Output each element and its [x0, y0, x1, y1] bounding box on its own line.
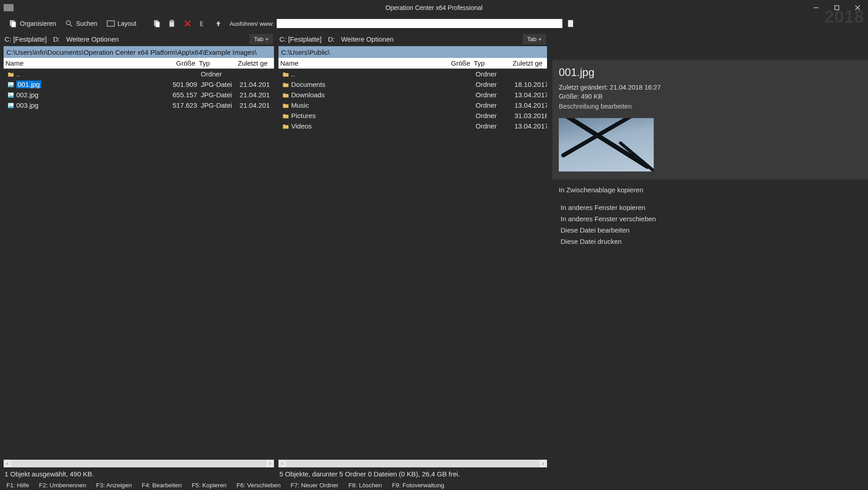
image-icon	[7, 81, 14, 88]
file-row[interactable]: 001.jpg501.909JPG-Datei21.04.201	[4, 79, 274, 90]
layout-label: Layout	[118, 20, 137, 27]
window-controls	[806, 0, 868, 15]
file-date: 21.04.201	[238, 81, 274, 88]
document-icon[interactable]	[568, 20, 573, 27]
preview-action[interactable]: Diese Datei bearbeiten	[561, 224, 860, 236]
col-size[interactable]: Größe	[441, 59, 472, 67]
folder-icon	[282, 123, 289, 129]
run-input[interactable]	[277, 19, 562, 28]
svg-point-24	[9, 104, 10, 105]
copy-clipboard-link[interactable]: In Zwischenablage kopieren	[552, 180, 868, 200]
file-row[interactable]: DownloadsOrdner13.04.2017	[278, 90, 547, 100]
file-row[interactable]: ..Ordner	[4, 69, 274, 79]
preview-card: 001.jpg Zuletzt geändert: 21.04.2018 16:…	[552, 60, 868, 180]
file-type: JPG-Datei	[199, 91, 238, 99]
file-size: 501.909	[168, 81, 199, 88]
app-icon	[4, 4, 14, 11]
file-row[interactable]: 002.jpg655.157JPG-Datei21.04.201	[4, 90, 274, 100]
col-date[interactable]: Zuletzt ge	[511, 59, 547, 67]
titlebar: Operation Center x64 Professional	[0, 0, 868, 15]
tree-button[interactable]	[196, 17, 210, 30]
footer-shortcut[interactable]: F8: Löschen	[349, 482, 382, 489]
file-row[interactable]: VideosOrdner13.04.2017	[278, 121, 547, 131]
scroll-right-icon[interactable]: ›	[266, 460, 274, 467]
footer-shortcut[interactable]: F1: Hilfe	[6, 482, 29, 489]
window-title: Operation Center x64 Professional	[386, 4, 483, 11]
file-type: Ordner	[474, 91, 513, 99]
left-hscroll[interactable]: ‹ ›	[4, 460, 274, 467]
file-row[interactable]: MusicOrdner13.04.2017	[278, 100, 547, 110]
minimize-button[interactable]	[806, 0, 826, 15]
drive-c[interactable]: C: [Festplatte]	[5, 35, 47, 43]
file-name: ..	[16, 70, 20, 78]
close-button[interactable]	[847, 0, 868, 15]
right-path[interactable]: C:\Users\Public\	[278, 46, 547, 58]
preview-action[interactable]: In anderes Fenster verschieben	[561, 213, 860, 224]
col-size[interactable]: Größe	[166, 59, 197, 67]
preview-thumbnail[interactable]	[559, 118, 654, 171]
left-path[interactable]: C:\Users\info\Documents\Operation Center…	[4, 46, 274, 58]
drive-d[interactable]: D:	[328, 35, 335, 43]
right-file-list[interactable]: ..OrdnerDocumentsOrdner18.10.2017Downloa…	[278, 69, 547, 460]
file-row[interactable]: DocumentsOrdner18.10.2017	[278, 79, 547, 90]
col-name[interactable]: Name	[278, 59, 441, 67]
layout-icon	[107, 19, 115, 28]
footer-shortcut[interactable]: F4: Bearbeiten	[142, 482, 182, 489]
more-options[interactable]: Weitere Optionen	[66, 35, 118, 43]
col-type[interactable]: Typ	[472, 59, 511, 67]
file-date: 31.03.2018	[513, 112, 547, 119]
left-file-list[interactable]: ..Ordner001.jpg501.909JPG-Datei21.04.201…	[4, 69, 274, 460]
copy-button[interactable]	[150, 17, 164, 30]
maximize-button[interactable]	[826, 0, 847, 15]
file-type: Ordner	[474, 81, 513, 88]
svg-point-22	[9, 94, 10, 95]
organize-button[interactable]: Organisieren	[5, 18, 61, 29]
drive-d[interactable]: D:	[53, 35, 60, 43]
up-button[interactable]	[212, 17, 225, 30]
col-type[interactable]: Typ	[197, 59, 236, 67]
scroll-right-icon[interactable]: ›	[539, 460, 547, 467]
folder-icon	[282, 92, 289, 98]
svg-point-20	[9, 83, 10, 85]
footer-shortcut[interactable]: F9: Fotoverwaltung	[392, 482, 444, 489]
left-column-header[interactable]: Name Größe Typ Zuletzt ge	[4, 58, 274, 69]
search-button[interactable]: Suchen	[61, 18, 102, 29]
layout-button[interactable]: Layout	[102, 18, 141, 29]
footer-shortcut[interactable]: F7: Neuer Ordner	[291, 482, 339, 489]
tab-plus-left[interactable]: Tab +	[250, 34, 273, 44]
file-date: 13.04.2017	[513, 122, 547, 130]
preview-action[interactable]: Diese Datei drucken	[561, 236, 860, 247]
file-date: 18.10.2017	[513, 81, 547, 88]
footer-shortcut[interactable]: F3: Anzeigen	[96, 482, 132, 489]
footer-shortcut[interactable]: F6: Verschieben	[236, 482, 281, 489]
scroll-track[interactable]	[286, 460, 539, 467]
tab-plus-right[interactable]: Tab +	[523, 34, 546, 44]
preview-title: 001.jpg	[559, 66, 862, 79]
file-type: Ordner	[199, 70, 238, 78]
scroll-left-icon[interactable]: ‹	[278, 460, 286, 467]
scroll-track[interactable]	[11, 460, 266, 467]
drive-c[interactable]: C: [Festplatte]	[279, 35, 321, 43]
col-date[interactable]: Zuletzt ge	[236, 59, 274, 67]
file-row[interactable]: ..Ordner	[278, 69, 547, 79]
right-column-header[interactable]: Name Größe Typ Zuletzt ge	[278, 58, 547, 69]
edit-description-link[interactable]: Beschreibung bearbeiten	[559, 103, 862, 110]
run-label: Ausführen/ www:	[230, 20, 274, 27]
file-date: 13.04.2017	[513, 91, 547, 99]
paste-button[interactable]	[165, 17, 179, 30]
folder-icon	[7, 71, 14, 77]
preview-action[interactable]: In anderes Fenster kopieren	[561, 202, 860, 213]
footer-shortcut[interactable]: F2: Umbenennen	[39, 482, 86, 489]
footer-shortcut[interactable]: F5: Kopieren	[192, 482, 226, 489]
file-date: 13.04.2017	[513, 101, 547, 109]
right-hscroll[interactable]: ‹ ›	[278, 460, 547, 467]
scroll-left-icon[interactable]: ‹	[4, 460, 11, 467]
file-date: 21.04.201	[238, 91, 274, 99]
col-name[interactable]: Name	[4, 59, 166, 67]
file-name: Documents	[291, 81, 326, 88]
file-row[interactable]: 003.jpg517.623JPG-Datei21.04.201	[4, 100, 274, 110]
file-row[interactable]: PicturesOrdner31.03.2018	[278, 110, 547, 121]
file-name: Downloads	[291, 91, 325, 99]
more-options[interactable]: Weitere Optionen	[341, 35, 393, 43]
delete-button[interactable]	[181, 17, 194, 30]
